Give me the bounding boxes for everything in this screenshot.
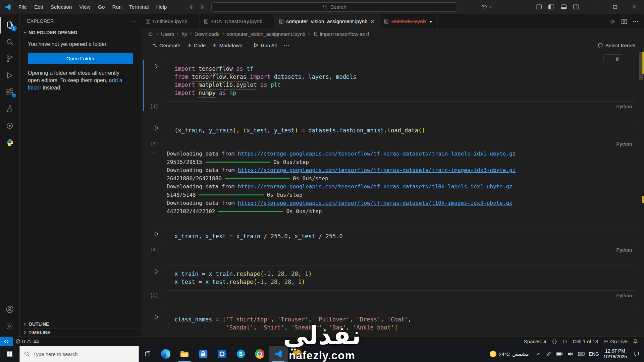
tab-eda_chestxray-ipynb[interactable]: EDA_ChestXray.ipynb [200, 14, 275, 28]
edge-icon[interactable] [156, 346, 175, 362]
outlook-icon[interactable] [213, 346, 231, 362]
microsoft-store-icon[interactable] [194, 346, 213, 362]
menu-help[interactable]: Help [153, 0, 171, 14]
output-link[interactable]: https://storage.googleapis.com/tensorflo… [238, 167, 516, 173]
copilot-button[interactable] [481, 4, 492, 10]
cell-language-label[interactable]: Python [616, 141, 632, 147]
menu-view[interactable]: View [75, 0, 94, 14]
action-center-icon[interactable] [631, 351, 641, 357]
delete-cell-icon[interactable] [615, 56, 620, 61]
input-language-indicator[interactable]: ENG [589, 351, 599, 357]
cell-more-actions-icon[interactable]: ⋯ [607, 56, 612, 62]
editor-layout-icon[interactable] [536, 4, 542, 10]
chrome-icon[interactable] [250, 346, 269, 362]
toggle-sidebar-icon[interactable] [548, 4, 554, 10]
run-cell-button[interactable] [153, 63, 160, 70]
windows-ink-pen-icon[interactable] [546, 351, 551, 357]
breadcrumb-item[interactable]: C: [149, 31, 154, 37]
sidebar-more-actions-icon[interactable]: ⋯ [130, 17, 136, 25]
taskbar-clock[interactable]: 12:07 PM 10/16/2025 [603, 348, 627, 360]
add-code-cell-button[interactable]: Code [184, 41, 209, 50]
skype-icon[interactable]: S [231, 346, 250, 362]
toggle-panel-icon[interactable] [560, 4, 567, 10]
open-folder-button[interactable]: Open Folder [28, 53, 133, 64]
volume-icon[interactable] [568, 351, 574, 357]
menu-run[interactable]: Run [108, 0, 125, 14]
testing-icon[interactable] [0, 101, 20, 117]
go-live-button[interactable]: Go Live [601, 339, 630, 344]
cell-code-editor[interactable]: x_train = x_train.reshape(-1, 28, 28, 1)… [167, 265, 635, 291]
toolbar-more-actions-icon[interactable]: ⋯ [280, 42, 293, 49]
tab-computer_vision_assignment-ipynb[interactable]: computer_vision_assignment.ipynb× [275, 14, 380, 28]
select-kernel-button[interactable]: Select Kernel [598, 43, 635, 48]
problems-indicator[interactable]: 0 44 [13, 337, 42, 346]
output-options-icon[interactable]: ⋯ [150, 149, 156, 156]
tab-untitled6-ipynb[interactable]: Untitled6.ipynb● [380, 14, 438, 28]
notebook-settings-gear-icon[interactable] [610, 18, 616, 24]
menu-selection[interactable]: Selection [47, 0, 76, 14]
explorer-icon[interactable]: 1 [0, 17, 20, 34]
menu-go[interactable]: Go [94, 0, 109, 14]
source-control-icon[interactable] [0, 50, 20, 67]
run-cell-button[interactable] [153, 230, 160, 238]
command-center-search[interactable]: Search [211, 2, 458, 12]
menu-edit[interactable]: Edit [31, 0, 47, 14]
start-button[interactable] [0, 346, 19, 362]
minimize-button[interactable] [587, 0, 606, 14]
braces-icon[interactable]: {} [549, 339, 560, 344]
remote-indicator[interactable] [0, 337, 13, 346]
battery-icon[interactable] [556, 351, 563, 357]
close-tab-icon[interactable]: × [370, 18, 375, 25]
indent-indicator[interactable]: Spaces: 4 [521, 339, 549, 344]
cell-indicator[interactable]: Cell 1 of 18 [570, 339, 601, 344]
vscode-taskbar-icon[interactable] [269, 346, 288, 362]
cell-language-label[interactable]: Python [616, 247, 632, 253]
settings-gear-icon[interactable] [0, 318, 20, 335]
breadcrumb-cell-item[interactable]: import tensorflow as tf [320, 31, 369, 37]
no-folder-section-header[interactable]: NO FOLDER OPENED [20, 28, 141, 37]
cell-code-editor[interactable]: x_train, x_test = x_train / 255.0, x_tes… [167, 228, 635, 245]
hidden-icons-chevron[interactable] [536, 351, 541, 357]
editor-more-actions-icon[interactable]: ⋯ [633, 18, 639, 25]
menu-file[interactable]: File [15, 0, 31, 14]
back-arrow-icon[interactable] [189, 4, 195, 10]
task-view-button[interactable] [139, 346, 156, 362]
outline-section-header[interactable]: OUTLINE [20, 320, 141, 328]
python-extension-icon[interactable] [0, 134, 20, 151]
close-window-button[interactable] [625, 0, 644, 14]
breadcrumb-item[interactable]: computer_vision_assignment.ipynb [227, 31, 305, 37]
jupyter-extension-icon[interactable] [0, 117, 20, 134]
run-cell-button[interactable] [153, 268, 160, 275]
generate-button[interactable]: Generate [149, 41, 184, 50]
cell-language-label[interactable]: Python [616, 104, 632, 109]
breadcrumb-item[interactable]: hp [181, 31, 187, 37]
timeline-section-header[interactable]: TIMELINE [20, 328, 141, 337]
output-link[interactable]: https://storage.googleapis.com/tensorflo… [238, 200, 513, 206]
add-markdown-cell-button[interactable]: Markdown [209, 41, 246, 50]
run-debug-icon[interactable] [0, 67, 20, 84]
breadcrumb-item[interactable]: Downloads [195, 31, 219, 37]
cell-code-editor[interactable]: import tensorflow as tffrom tensorflow.k… [167, 60, 635, 102]
notifications-bell-icon[interactable] [630, 339, 641, 344]
run-cell-button[interactable] [153, 313, 160, 321]
editor-scrollbar[interactable] [638, 52, 644, 337]
cell-language-label[interactable]: Python [616, 293, 632, 298]
search-sidebar-icon[interactable] [0, 34, 20, 50]
output-link[interactable]: https://storage.googleapis.com/tensorflo… [238, 183, 513, 190]
split-editor-icon[interactable] [621, 18, 627, 24]
scrollbar-thumb[interactable] [639, 52, 643, 80]
file-explorer-icon[interactable] [175, 346, 194, 362]
cell-code-editor[interactable]: class_names = ['T-shirt/top', 'Trouser',… [167, 311, 635, 336]
firefox-icon[interactable] [288, 346, 307, 362]
cell-code-editor[interactable]: (x_train, y_train), (x_test, y_test) = d… [167, 122, 635, 139]
status-circle-icon[interactable] [560, 339, 570, 344]
touch-keyboard-icon[interactable] [578, 351, 585, 357]
tab-untitled8-ipynb[interactable]: Untitled8.ipynb [141, 14, 200, 28]
extensions-icon[interactable] [0, 84, 20, 101]
run-cell-button[interactable] [153, 124, 160, 132]
maximize-button[interactable] [606, 0, 625, 14]
menu-terminal[interactable]: Terminal [125, 0, 153, 14]
run-all-button[interactable]: Run All [250, 41, 280, 50]
output-link[interactable]: https://storage.googleapis.com/tensorflo… [238, 150, 516, 157]
toggle-secondary-sidebar-icon[interactable] [573, 4, 579, 10]
